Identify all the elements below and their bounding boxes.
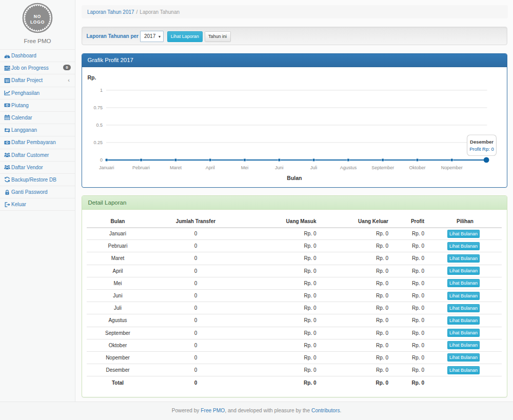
svg-text:Profit Rp: 0: Profit Rp: 0	[469, 146, 494, 152]
svg-text:Januari: Januari	[99, 165, 114, 170]
svg-text:Rp.: Rp.	[87, 74, 96, 80]
svg-text:Juni: Juni	[275, 165, 284, 170]
svg-text:Juli: Juli	[310, 165, 317, 170]
svg-text:NO: NO	[34, 14, 41, 19]
svg-text:Desember: Desember	[470, 139, 494, 145]
svg-text:Mei: Mei	[241, 165, 248, 170]
svg-text:Maret: Maret	[169, 165, 182, 170]
svg-text:September: September	[371, 165, 394, 170]
svg-text:0.75: 0.75	[93, 105, 103, 110]
svg-text:1: 1	[100, 88, 102, 93]
svg-text:Agustus: Agustus	[340, 165, 357, 170]
svg-text:Oktober: Oktober	[409, 165, 425, 170]
svg-text:0.5: 0.5	[96, 123, 103, 128]
svg-text:Nopember: Nopember	[441, 165, 462, 170]
svg-text:April: April	[205, 165, 214, 170]
svg-text:Bulan: Bulan	[287, 175, 302, 181]
svg-text:LOGO: LOGO	[30, 19, 45, 25]
svg-text:0: 0	[100, 157, 102, 163]
svg-text:Pebruari: Pebruari	[132, 165, 150, 170]
svg-text:0.25: 0.25	[93, 140, 103, 145]
